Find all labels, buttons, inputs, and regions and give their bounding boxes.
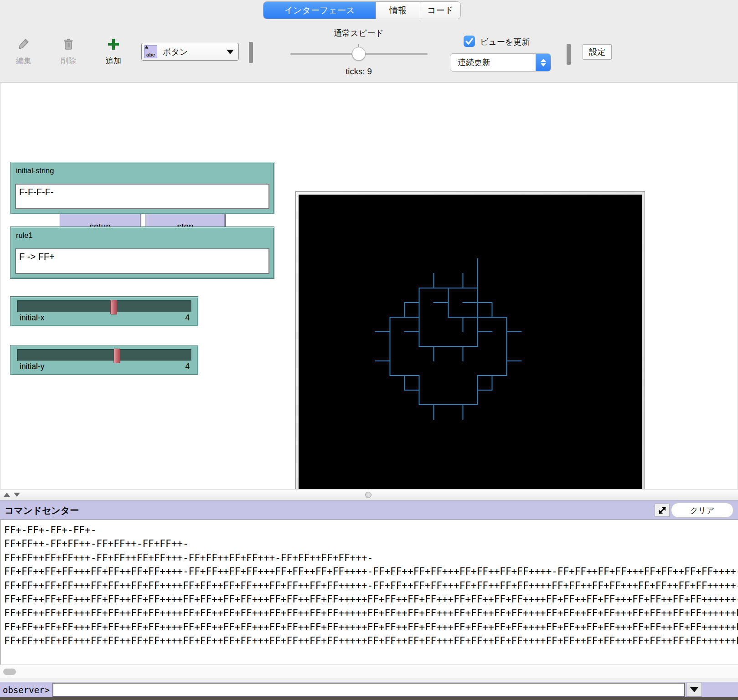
command-line: FF+FF++FF+FF+++FF+FF++FF+FF++++FF+FF++FF… xyxy=(4,606,738,620)
command-line: FF+FF++FF+FF+++FF+FF++FF+FF++++FF+FF++FF… xyxy=(4,579,738,592)
tab-interface[interactable]: インターフェース xyxy=(263,2,376,19)
settings-button[interactable]: 設定 xyxy=(583,44,612,60)
toolbar: インターフェース 情報 コード 編集 削除 追加 xyxy=(0,0,738,82)
tab-bar: インターフェース 情報 コード xyxy=(263,1,461,19)
update-mode-select[interactable]: 連続更新 xyxy=(450,53,551,72)
command-history-button[interactable] xyxy=(686,683,702,697)
input-rule1: rule1 F -> FF+ xyxy=(10,226,274,279)
chevron-down-icon xyxy=(690,687,698,692)
checkbox-check-icon xyxy=(464,36,475,47)
slider-initial-y-label: initial-y xyxy=(20,362,44,371)
input-initial-string-field[interactable]: F-F-F-F- xyxy=(15,184,269,209)
observer-prompt-row: observer> xyxy=(0,682,738,697)
slider-initial-x: initial-x 4 xyxy=(10,296,198,326)
command-output-hscrollbar[interactable] xyxy=(0,664,738,678)
edit-label: 編集 xyxy=(16,56,31,66)
detach-command-center-button[interactable] xyxy=(655,504,670,517)
command-input[interactable] xyxy=(52,683,685,697)
toolbar-separator xyxy=(249,42,253,63)
input-rule1-field[interactable]: F -> FF+ xyxy=(15,248,269,274)
command-center-header: コマンドセンター クリア xyxy=(0,500,738,520)
hscrollbar-thumb[interactable] xyxy=(3,669,16,675)
clear-button[interactable]: クリア xyxy=(671,503,733,518)
command-output: FF+-FF+-FF+-FF+-FF+FF++-FF+FF++-FF+FF++-… xyxy=(0,520,738,664)
slider-initial-x-thumb[interactable] xyxy=(110,300,117,314)
stepper-chevrons-icon xyxy=(536,53,551,72)
delete-label: 削除 xyxy=(61,56,76,66)
slider-initial-x-label: initial-x xyxy=(20,313,44,323)
command-line: FF+FF++FF+FF+++FF+FF++FF+FF++++-FF+FF++F… xyxy=(4,565,738,578)
trash-icon xyxy=(62,37,75,53)
splitter-grip[interactable] xyxy=(365,492,372,498)
tab-code[interactable]: コード xyxy=(420,2,460,19)
command-line: FF+FF++FF+FF+++FF+FF++FF+FF++++FF+FF++FF… xyxy=(4,592,738,606)
command-line: FF+FF++FF+FF+++-FF+FF++FF+FF+++-FF+FF++F… xyxy=(4,551,738,565)
slider-initial-y-thumb[interactable] xyxy=(114,349,120,363)
command-center-title: コマンドセンター xyxy=(5,504,79,517)
command-input-divider xyxy=(0,678,738,682)
slider-initial-y: initial-y 4 xyxy=(10,345,198,375)
button-widget-icon: abc xyxy=(144,45,157,58)
add-label: 追加 xyxy=(106,56,121,66)
interface-canvas: L-System setup step initial-string F-F-F… xyxy=(0,83,738,489)
chevron-down-icon xyxy=(227,50,234,54)
slider-initial-x-value: 4 xyxy=(185,313,190,323)
command-line: FF+FF++FF+FF+++FF+FF++FF+FF++++FF+FF++FF… xyxy=(4,620,738,634)
input-initial-string: initial-string F-F-F-F- xyxy=(10,162,274,214)
slider-initial-x-track[interactable] xyxy=(17,300,191,312)
update-mode-value: 連続更新 xyxy=(450,57,536,68)
plus-icon xyxy=(107,37,120,53)
expand-icon xyxy=(657,505,667,515)
command-line: FF+-FF+-FF+-FF+- xyxy=(4,523,738,537)
speed-slider-thumb[interactable] xyxy=(352,47,366,61)
input-rule1-label: rule1 xyxy=(10,227,274,240)
slider-initial-y-value: 4 xyxy=(185,362,190,371)
view-updates-label: ビューを更新 xyxy=(480,36,530,47)
command-center-splitter[interactable] xyxy=(0,489,738,500)
netlogo-window: { "tabs": { "items": [ { "label": "インターフ… xyxy=(0,0,738,700)
delete-widget-button[interactable]: 削除 xyxy=(52,37,84,66)
command-line: FF+FF++FF+FF+++FF+FF++FF+FF++++FF+FF++FF… xyxy=(4,634,738,648)
ticks-counter: ticks: 9 xyxy=(313,67,404,77)
toolbar-separator-2 xyxy=(567,44,571,65)
command-line: FF+FF++-FF+FF++-FF+FF++-FF+FF++- xyxy=(4,537,738,551)
pencil-icon xyxy=(17,37,31,53)
view-updates-checkbox[interactable] xyxy=(464,36,475,47)
observer-prompt-label: observer> xyxy=(0,685,52,695)
window-bottom-edge xyxy=(0,697,738,700)
splitter-up-icon[interactable] xyxy=(4,493,10,497)
slider-initial-y-track[interactable] xyxy=(17,349,191,361)
widget-type-value: ボタン xyxy=(163,46,227,57)
widget-type-select[interactable]: abc ボタン xyxy=(141,43,239,61)
speed-slider-label: 通常スピード xyxy=(313,28,404,39)
add-widget-button[interactable]: 追加 xyxy=(98,37,129,66)
edit-widget-button[interactable]: 編集 xyxy=(8,37,40,66)
splitter-down-icon[interactable] xyxy=(14,493,20,497)
input-initial-string-label: initial-string xyxy=(10,162,274,175)
tab-info[interactable]: 情報 xyxy=(376,2,420,19)
